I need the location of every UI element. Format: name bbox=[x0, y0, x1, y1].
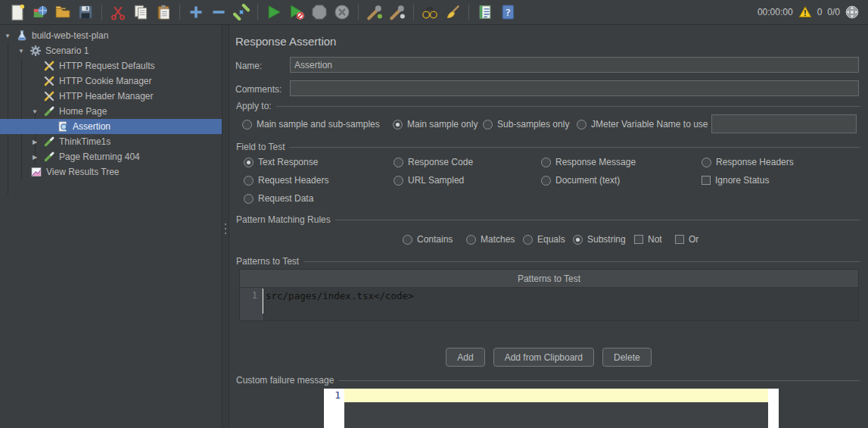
start-icon[interactable] bbox=[264, 2, 284, 22]
radio-request-data[interactable]: Request Data bbox=[244, 192, 313, 205]
add-from-clipboard-button[interactable]: Add from Clipboard bbox=[493, 348, 594, 367]
radio-url-sampled[interactable]: URL Sampled bbox=[394, 174, 464, 186]
radio-icon[interactable] bbox=[541, 176, 551, 186]
delete-button[interactable]: Delete bbox=[602, 348, 652, 367]
tree-item-thinktime1s[interactable]: ▶ ThinkTime1s bbox=[0, 134, 222, 149]
clear-all-icon[interactable] bbox=[443, 2, 462, 22]
radio-response-code[interactable]: Response Code bbox=[394, 156, 473, 168]
radio-main-sample-only[interactable]: Main sample only bbox=[393, 118, 478, 130]
chevron-expanded-icon[interactable]: ▼ bbox=[30, 108, 40, 115]
radio-icon[interactable] bbox=[523, 235, 533, 245]
radio-request-headers[interactable]: Request Headers bbox=[244, 174, 328, 186]
radio-icon[interactable] bbox=[394, 158, 403, 167]
tree-item-scenario-1[interactable]: ▼ Scenario 1 bbox=[0, 43, 222, 58]
search-icon[interactable] bbox=[420, 2, 440, 22]
chevron-expanded-icon[interactable]: ▼ bbox=[2, 33, 13, 39]
warning-triangle-icon[interactable] bbox=[798, 5, 812, 19]
tree-item-http-cookie-manager[interactable]: HTTP Cookie Manager bbox=[0, 73, 222, 89]
radio-sub-samples-only[interactable]: Sub-samples only bbox=[483, 118, 569, 130]
failure-scrollbar[interactable] bbox=[768, 389, 779, 428]
copy-icon[interactable] bbox=[131, 2, 151, 22]
pattern-matching-rules-group-title: Pattern Matching Rules bbox=[236, 214, 860, 225]
chevron-collapsed-icon[interactable]: ▶ bbox=[30, 139, 40, 145]
function-helper-icon[interactable] bbox=[475, 2, 495, 22]
chevron-expanded-icon[interactable]: ▼ bbox=[16, 48, 26, 55]
radio-response-message[interactable]: Response Message bbox=[541, 156, 636, 168]
help-icon[interactable]: ? bbox=[498, 2, 518, 22]
test-plan-tree: ▼ build-web-test-plan ▼ Scenario 1 HTTP … bbox=[0, 25, 222, 428]
response-assertion-panel: Response Assertion Name: Comments: Apply… bbox=[229, 25, 868, 428]
tree-item-build-web-test-plan[interactable]: ▼ build-web-test-plan bbox=[0, 28, 222, 43]
checkbox-icon[interactable] bbox=[634, 235, 643, 244]
chevron-collapsed-icon[interactable]: ▶ bbox=[30, 154, 40, 161]
radio-matches[interactable]: Matches bbox=[466, 233, 515, 245]
radio-selected-icon[interactable] bbox=[393, 120, 403, 130]
name-input[interactable] bbox=[290, 57, 859, 73]
tree-item-http-header-manager[interactable]: HTTP Header Manager bbox=[0, 89, 222, 104]
remote-stop-icon[interactable] bbox=[387, 2, 407, 22]
radio-contains[interactable]: Contains bbox=[403, 233, 453, 245]
tree-item-http-request-defaults[interactable]: HTTP Request Defaults bbox=[0, 58, 222, 73]
jmeter-window: ? 00:00:00 0 0/0 ▼ build-web-test-plan ▼… bbox=[0, 0, 868, 428]
tree-item-assertion[interactable]: Assertion bbox=[0, 119, 222, 134]
remote-globe-icon[interactable] bbox=[845, 5, 859, 19]
config-tools-icon bbox=[43, 60, 55, 72]
radio-response-headers[interactable]: Response Headers bbox=[702, 156, 794, 168]
jmeter-variable-input[interactable] bbox=[711, 114, 857, 133]
comments-input[interactable] bbox=[290, 80, 859, 96]
pattern-cell[interactable]: src/pages/index.tsx</code> bbox=[263, 288, 858, 320]
custom-failure-message-editor[interactable]: 1 bbox=[324, 389, 779, 428]
pattern-row[interactable]: 1 src/pages/index.tsx</code> bbox=[240, 288, 858, 320]
patterns-table-header[interactable]: Patterns to Test bbox=[240, 270, 858, 288]
radio-substring[interactable]: Substring bbox=[573, 233, 626, 245]
splitter-handle[interactable] bbox=[225, 223, 226, 234]
patterns-to-test-group-title: Patterns to Test bbox=[236, 256, 860, 267]
checkbox-icon[interactable] bbox=[675, 235, 684, 244]
radio-icon[interactable] bbox=[244, 194, 254, 204]
radio-icon[interactable] bbox=[541, 158, 551, 167]
add-icon[interactable] bbox=[186, 2, 206, 22]
checkbox-icon[interactable] bbox=[702, 176, 711, 185]
test-timer: 00:00:00 bbox=[758, 7, 793, 17]
radio-icon[interactable] bbox=[483, 120, 493, 130]
paste-icon[interactable] bbox=[154, 2, 173, 22]
radio-text-response[interactable]: Text Response bbox=[244, 156, 318, 168]
checkbox-ignore-status[interactable]: Ignore Status bbox=[702, 174, 769, 186]
remove-icon[interactable] bbox=[209, 2, 229, 22]
new-file-icon[interactable] bbox=[8, 2, 27, 22]
assertion-icon bbox=[57, 120, 69, 133]
checkbox-not[interactable]: Not bbox=[634, 233, 662, 245]
add-button[interactable]: Add bbox=[446, 348, 484, 367]
failure-text-area[interactable] bbox=[344, 389, 768, 428]
radio-main-sample-and-sub-samples[interactable]: Main sample and sub-samples bbox=[242, 118, 380, 130]
radio-icon[interactable] bbox=[394, 176, 403, 186]
radio-icon[interactable] bbox=[403, 235, 412, 245]
radio-selected-icon[interactable] bbox=[573, 235, 583, 245]
radio-jmeter-variable-name[interactable]: JMeter Variable Name to use bbox=[577, 118, 708, 130]
templates-icon[interactable] bbox=[30, 2, 50, 22]
radio-icon[interactable] bbox=[466, 235, 476, 245]
start-no-pauses-icon[interactable] bbox=[287, 2, 306, 22]
current-line-highlight bbox=[344, 389, 768, 402]
open-file-icon[interactable] bbox=[53, 2, 73, 22]
save-icon[interactable] bbox=[76, 2, 95, 22]
stop-icon[interactable] bbox=[310, 2, 329, 22]
cut-icon[interactable] bbox=[108, 2, 128, 22]
sampler-dropper-icon bbox=[43, 136, 55, 148]
radio-icon[interactable] bbox=[244, 176, 254, 186]
radio-document-text[interactable]: Document (text) bbox=[541, 174, 620, 186]
remote-start-icon[interactable] bbox=[365, 2, 384, 22]
radio-icon[interactable] bbox=[242, 120, 252, 130]
tree-item-page-returning-404[interactable]: ▶ Page Returning 404 bbox=[0, 149, 222, 164]
panel-splitter[interactable] bbox=[222, 25, 229, 428]
tree-item-view-results-tree[interactable]: View Results Tree bbox=[0, 164, 222, 180]
radio-equals[interactable]: Equals bbox=[523, 233, 565, 245]
toggle-icon[interactable] bbox=[232, 2, 251, 22]
radio-icon[interactable] bbox=[577, 120, 586, 130]
checkbox-or[interactable]: Or bbox=[675, 233, 698, 245]
comments-label: Comments: bbox=[235, 84, 282, 95]
shutdown-icon[interactable] bbox=[332, 2, 352, 22]
radio-icon[interactable] bbox=[702, 158, 711, 167]
radio-selected-icon[interactable] bbox=[244, 158, 254, 167]
tree-item-home-page[interactable]: ▼ Home Page bbox=[0, 104, 222, 119]
